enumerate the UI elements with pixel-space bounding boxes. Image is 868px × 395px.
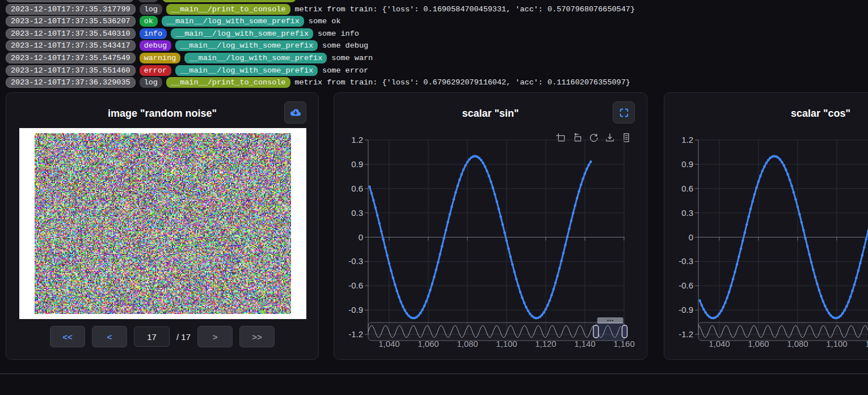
y-axis-tick-label: -0.9 (679, 305, 693, 315)
next-page-button[interactable]: > (197, 326, 233, 347)
scalar-sin-card: scalar "sin" 1.20.90.60.30-0.3-0.6-0.9-1… (334, 92, 647, 360)
next-section-heading: Head (15, 390, 107, 395)
log-timestamp-badge: 2023-12-10T17:37:35.551460 (6, 65, 136, 76)
log-level-badge: ok (140, 16, 158, 27)
log-module-badge: __main__/log_with_some_prefix (171, 28, 313, 39)
log-timestamp-badge: 2023-12-10T17:37:35.536207 (6, 16, 136, 27)
cos-chart[interactable]: 1.20.90.60.30-0.3-0.6-0.9-1.21,0401,0601… (664, 127, 868, 354)
sin-chart-title: scalar "sin" (334, 108, 647, 120)
log-row: 2023-12-10T17:37:35.536207ok__main__/log… (6, 16, 635, 27)
y-axis-tick-label: 0.9 (681, 159, 693, 169)
log-row: 2023-12-10T17:37:35.547549warning__main_… (6, 53, 635, 63)
log-module-badge: __main__/log_with_some_prefix (175, 65, 318, 76)
download-image-button[interactable] (284, 101, 306, 124)
y-axis-tick-label: 0.6 (681, 184, 693, 193)
log-module-badge: __main__/print_to_console (166, 4, 290, 15)
fullscreen-button[interactable] (613, 101, 635, 124)
log-level-badge: log (140, 4, 162, 15)
cos-chart-title: scalar "cos" (664, 108, 868, 120)
log-console: 2023-12-10T17:37:35.317799log__main__/pr… (6, 0, 635, 90)
datazoom-slider[interactable] (698, 322, 868, 341)
log-timestamp-badge: 2023-12-10T17:37:35.547549 (6, 53, 136, 63)
image-card-title: image "random noise" (6, 108, 318, 120)
log-level-badge: info (140, 28, 167, 39)
y-axis-tick-label: 0.3 (351, 208, 363, 218)
log-message: some ok (309, 17, 341, 26)
y-axis-tick-label: -0.9 (348, 305, 363, 315)
log-module-badge: __main__/log_with_some_prefix (184, 53, 327, 63)
datazoom-handle[interactable] (622, 325, 627, 338)
log-level-badge (138, 0, 158, 2)
y-axis-tick-label: 0.9 (351, 159, 363, 169)
cloud-download-icon (289, 107, 302, 119)
log-message: some info (318, 29, 359, 38)
log-message: some warn (331, 54, 373, 62)
y-axis-tick-label: -0.6 (348, 281, 363, 290)
log-timestamp-badge: 2023-12-10T17:37:36.329035 (6, 77, 136, 88)
log-module-badge (162, 0, 296, 2)
log-level-badge: error (140, 65, 172, 76)
log-module-badge: __main__/log_with_some_prefix (162, 16, 304, 27)
log-module-badge: __main__/print_to_console (166, 77, 290, 88)
log-row: 2023-12-10T17:37:35.540310info__main__/l… (6, 28, 635, 39)
log-row: 2023-12-10T17:37:36.329035log__main__/pr… (6, 77, 635, 88)
y-axis-tick-label: 0.3 (681, 208, 693, 218)
y-axis-tick-label: 0.6 (351, 184, 363, 193)
last-page-button[interactable]: >> (239, 326, 275, 347)
sin-chart[interactable]: 1.20.90.60.30-0.3-0.6-0.9-1.21,0401,0601… (334, 127, 648, 354)
first-page-button[interactable]: << (50, 326, 85, 347)
log-message: some debug (322, 41, 368, 50)
log-row (6, 0, 635, 2)
log-message: some error (322, 66, 368, 75)
y-axis-tick-label: 0 (689, 232, 693, 242)
y-axis-tick-label: -0.6 (679, 281, 693, 290)
log-row: 2023-12-10T17:37:35.543417debug__main__/… (6, 40, 635, 51)
noise-image (19, 128, 306, 319)
scalar-cos-card: scalar "cos" 1.20.90.60.30-0.3-0.6-0.9-1… (664, 92, 868, 360)
datazoom-handle[interactable] (593, 325, 599, 338)
log-message: metrix from train: {'loss': 0.1690584700… (295, 5, 635, 14)
log-timestamp-badge: 2023-12-10T17:37:35.543417 (6, 40, 136, 51)
prev-page-button[interactable]: < (92, 326, 127, 347)
datazoom-slider[interactable] (368, 322, 625, 341)
y-axis-tick-label: -1.2 (679, 329, 693, 339)
log-timestamp-badge: 2023-12-10T17:37:35.540310 (6, 28, 136, 39)
page-number-input[interactable] (134, 326, 170, 347)
image-pagination: << < / 17 > >> (6, 326, 318, 347)
log-timestamp-badge (6, 0, 134, 2)
log-level-badge: log (140, 77, 162, 88)
noise-canvas (35, 133, 291, 314)
y-axis-tick-label: 0 (359, 232, 363, 242)
log-message: metrix from train: {'loss': 0.6796292079… (295, 78, 630, 87)
page-total-label: / 17 (176, 332, 191, 342)
y-axis-tick-label: 1.2 (681, 135, 693, 145)
log-row: 2023-12-10T17:37:35.317799log__main__/pr… (6, 4, 635, 15)
image-card: image "random noise" << < / 17 > >> (6, 92, 319, 360)
log-level-badge: warning (140, 53, 181, 63)
y-axis-tick-label: -1.2 (348, 329, 363, 339)
dashboard-page: 2023-12-10T17:37:35.317799log__main__/pr… (0, 0, 868, 395)
y-axis-tick-label: -0.3 (348, 256, 363, 266)
log-module-badge: __main__/log_with_some_prefix (175, 40, 318, 51)
section-divider (0, 373, 868, 374)
fullscreen-icon (619, 108, 629, 118)
y-axis-tick-label: -0.3 (679, 256, 693, 266)
y-axis-tick-label: 1.2 (351, 135, 363, 145)
log-timestamp-badge: 2023-12-10T17:37:35.317799 (6, 4, 136, 15)
log-row: 2023-12-10T17:37:35.551460error__main__/… (6, 65, 635, 76)
log-level-badge: debug (140, 40, 172, 51)
